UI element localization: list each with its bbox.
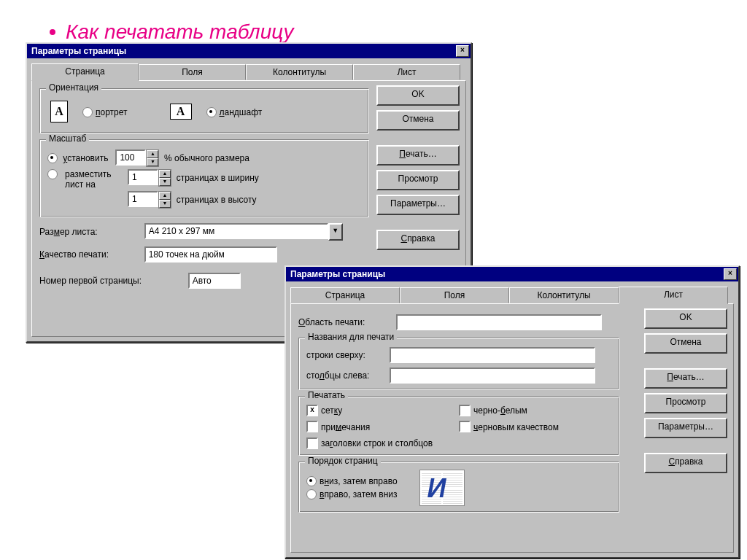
preview-button[interactable]: Просмотр bbox=[644, 393, 727, 413]
portrait-radio[interactable]: портрет bbox=[82, 106, 128, 117]
first-page-input[interactable]: Авто bbox=[188, 273, 241, 289]
tab-sheet[interactable]: Лист bbox=[353, 64, 460, 80]
cancel-button[interactable]: Отмена bbox=[376, 110, 460, 131]
page-setup-dialog-sheet: Параметры страницы × Страница Поля Колон… bbox=[285, 265, 740, 559]
rows-top-input[interactable] bbox=[390, 347, 595, 363]
titlebar-text: Параметры страницы bbox=[290, 269, 385, 279]
scale-fit-radio[interactable]: разместитьлист на 1 ▲▼ страницах в ширин… bbox=[47, 169, 361, 209]
ok-button[interactable]: OK bbox=[644, 308, 727, 329]
notes-checkbox[interactable]: примечания bbox=[306, 421, 459, 433]
headings-checkbox[interactable]: заголовки строк и столбцов bbox=[306, 437, 611, 449]
button-column: OK Отмена Печать… Просмотр Параметры… Сп… bbox=[644, 308, 727, 478]
print-quality-label: Качество печати: bbox=[39, 249, 142, 260]
first-page-label: Номер первой страницы: bbox=[39, 276, 185, 286]
close-icon[interactable]: × bbox=[456, 45, 469, 57]
order-down-radio[interactable]: вниз, затем вправо bbox=[306, 475, 398, 486]
landscape-radio[interactable]: ландшафт bbox=[206, 106, 263, 117]
draft-checkbox[interactable]: черновым качеством bbox=[459, 421, 611, 433]
help-button[interactable]: Справка bbox=[376, 230, 460, 250]
tab-strip: Страница Поля Колонтитулы Лист bbox=[31, 63, 466, 80]
bw-checkbox[interactable]: черно-белым bbox=[459, 404, 611, 416]
cancel-button[interactable]: Отмена bbox=[644, 333, 727, 354]
print-quality-combo[interactable]: 180 точек на дюйм bbox=[144, 246, 277, 262]
page-order-preview-icon: И bbox=[419, 470, 465, 506]
print-area-label: Область печати: bbox=[298, 317, 393, 327]
paper-size-combo[interactable]: A4 210 x 297 мм ▼ bbox=[144, 223, 343, 241]
print-area-input[interactable] bbox=[396, 314, 602, 330]
cols-left-input[interactable] bbox=[390, 368, 595, 384]
help-button[interactable]: Справка bbox=[644, 453, 727, 473]
print-titles-legend: Названия для печати bbox=[305, 332, 397, 342]
tab-headerfooter[interactable]: Колонтитулы bbox=[246, 64, 353, 80]
options-button[interactable]: Параметры… bbox=[376, 195, 460, 215]
ok-button[interactable]: OK bbox=[376, 85, 460, 106]
print-button[interactable]: ППечать…ечать… bbox=[376, 145, 460, 166]
tab-sheet[interactable]: Лист bbox=[619, 287, 728, 304]
print-group-legend: Печатать bbox=[305, 390, 348, 400]
preview-button[interactable]: Просмотр bbox=[376, 170, 460, 190]
tab-margins[interactable]: Поля bbox=[400, 287, 509, 303]
tab-page[interactable]: Страница bbox=[31, 63, 139, 81]
scale-set-spinner[interactable]: 100 ▲▼ bbox=[115, 149, 159, 167]
page-order-legend: Порядок страниц bbox=[305, 456, 381, 466]
print-button[interactable]: Печать… bbox=[644, 368, 727, 389]
portrait-icon: A bbox=[50, 101, 68, 122]
titlebar[interactable]: Параметры страницы × bbox=[286, 267, 738, 281]
tab-strip: Страница Поля Колонтитулы Лист bbox=[290, 286, 734, 303]
order-over-radio[interactable]: вправо, затем вниз bbox=[306, 489, 398, 499]
landscape-icon: A bbox=[170, 104, 192, 120]
orientation-legend: Ориентация bbox=[46, 82, 101, 93]
tab-margins[interactable]: Поля bbox=[139, 64, 246, 80]
fit-wide-spinner[interactable]: 1 ▲▼ bbox=[128, 169, 171, 187]
tab-page[interactable]: Страница bbox=[290, 287, 400, 303]
fit-tall-spinner[interactable]: 1 ▲▼ bbox=[128, 191, 171, 209]
close-icon[interactable]: × bbox=[724, 268, 737, 280]
titlebar-text: Параметры страницы bbox=[31, 46, 126, 56]
button-column: OK Отмена ППечать…ечать… Просмотр Параме… bbox=[376, 85, 460, 254]
titlebar[interactable]: Параметры страницы × bbox=[27, 44, 471, 58]
paper-size-label: Размер листа: bbox=[39, 227, 142, 237]
scale-set-radio[interactable]: установить 100 ▲▼ % обычного размера bbox=[47, 149, 361, 167]
scale-legend: Масштаб bbox=[46, 133, 89, 144]
options-button[interactable]: Параметры… bbox=[644, 418, 727, 438]
tab-headerfooter[interactable]: Колонтитулы bbox=[509, 287, 619, 303]
page-title: Как печатать таблицу bbox=[44, 20, 294, 44]
rows-top-label: строки сверху: bbox=[306, 350, 387, 360]
cols-left-label: столбцы слева: bbox=[306, 370, 387, 381]
grid-checkbox[interactable]: сетку bbox=[306, 404, 459, 416]
chevron-down-icon[interactable]: ▼ bbox=[328, 223, 343, 241]
